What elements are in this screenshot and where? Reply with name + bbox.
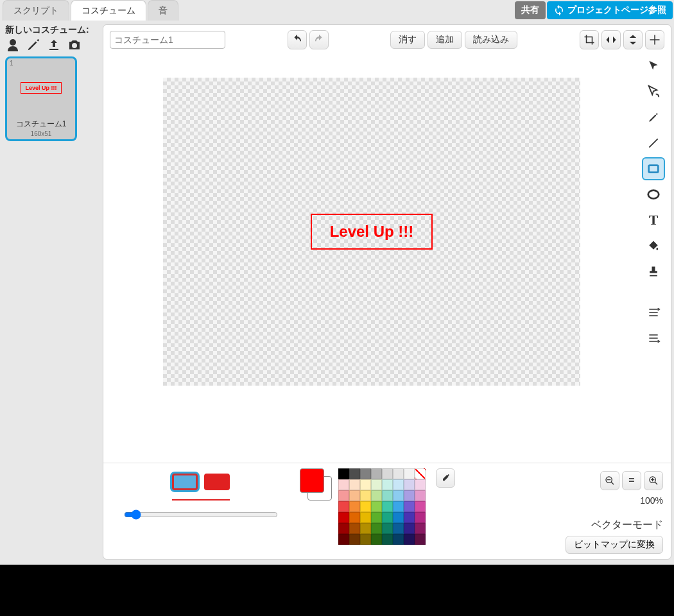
crop-button[interactable]	[580, 30, 599, 49]
palette-color[interactable]	[404, 468, 415, 479]
palette-color[interactable]	[349, 512, 360, 523]
canvas-content[interactable]: Level Up !!!	[311, 214, 433, 250]
palette-color[interactable]	[382, 523, 393, 534]
palette-color[interactable]	[338, 501, 349, 512]
costume-name-input[interactable]	[110, 31, 225, 49]
layer-back-button[interactable]	[642, 327, 665, 350]
palette-color[interactable]	[415, 512, 426, 523]
palette-color[interactable]	[360, 523, 371, 534]
line-tool[interactable]	[642, 132, 665, 155]
palette-color[interactable]	[371, 534, 382, 545]
upload-icon[interactable]	[46, 37, 62, 53]
tab-costumes[interactable]: コスチューム	[71, 0, 146, 21]
zoom-reset-button[interactable]: =	[622, 471, 641, 490]
fg-bg-swatch[interactable]	[300, 468, 332, 501]
palette-color[interactable]	[360, 512, 371, 523]
palette-color[interactable]	[393, 479, 404, 490]
costume-thumbnail[interactable]: 1 Level Up !!! コスチューム1 160x51	[5, 56, 77, 141]
palette-color[interactable]	[371, 523, 382, 534]
pencil-tool[interactable]	[642, 106, 665, 129]
palette-color[interactable]	[371, 490, 382, 501]
palette-color[interactable]	[404, 479, 415, 490]
fg-color[interactable]	[300, 468, 324, 493]
paint-icon[interactable]	[26, 37, 41, 53]
clear-button[interactable]: 消す	[390, 31, 425, 49]
stroke-width-slider[interactable]	[124, 509, 278, 520]
center-button[interactable]	[645, 30, 664, 49]
palette-color[interactable]	[404, 523, 415, 534]
palette-color[interactable]	[382, 490, 393, 501]
palette-color[interactable]	[404, 501, 415, 512]
palette-color[interactable]	[360, 468, 371, 479]
palette-color[interactable]	[393, 523, 404, 534]
layer-front-button[interactable]	[642, 301, 665, 324]
library-icon[interactable]	[5, 37, 21, 53]
palette-color[interactable]	[382, 512, 393, 523]
palette-color[interactable]	[415, 501, 426, 512]
palette-color[interactable]	[338, 534, 349, 545]
palette-color[interactable]	[338, 523, 349, 534]
select-tool[interactable]	[642, 55, 665, 78]
zoom-in-button[interactable]	[644, 471, 663, 490]
share-button[interactable]: 共有	[515, 1, 546, 19]
redo-button[interactable]	[309, 30, 329, 49]
add-button[interactable]: 追加	[428, 31, 462, 49]
palette-color[interactable]	[415, 479, 426, 490]
text-tool[interactable]: T	[642, 209, 665, 232]
palette-color[interactable]	[404, 512, 415, 523]
palette-color[interactable]	[415, 468, 426, 479]
palette-color[interactable]	[338, 490, 349, 501]
palette-color[interactable]	[404, 534, 415, 545]
ellipse-tool[interactable]	[642, 183, 665, 206]
palette-color[interactable]	[415, 523, 426, 534]
palette-color[interactable]	[360, 534, 371, 545]
flip-h-button[interactable]	[601, 30, 621, 49]
palette-color[interactable]	[382, 534, 393, 545]
palette-color[interactable]	[349, 490, 360, 501]
palette-color[interactable]	[349, 468, 360, 479]
tab-sounds[interactable]: 音	[148, 0, 178, 21]
project-page-button[interactable]: プロジェクトページ参照	[547, 1, 673, 19]
palette-color[interactable]	[349, 534, 360, 545]
palette-color[interactable]	[415, 490, 426, 501]
camera-icon[interactable]	[67, 37, 82, 53]
palette-color[interactable]	[393, 490, 404, 501]
palette-color[interactable]	[393, 501, 404, 512]
canvas[interactable]: Level Up !!!	[163, 78, 580, 386]
eyedropper-button[interactable]	[436, 468, 455, 488]
reshape-tool[interactable]	[642, 80, 665, 103]
palette-color[interactable]	[349, 523, 360, 534]
palette-color[interactable]	[404, 490, 415, 501]
fill-tool[interactable]	[642, 234, 665, 257]
convert-mode-button[interactable]: ビットマップに変換	[566, 536, 663, 554]
palette-color[interactable]	[393, 468, 404, 479]
palette-color[interactable]	[415, 534, 426, 545]
palette-color[interactable]	[382, 468, 393, 479]
zoom-out-button[interactable]	[600, 471, 619, 490]
palette-color[interactable]	[382, 479, 393, 490]
rect-tool[interactable]	[642, 157, 665, 180]
palette-color[interactable]	[338, 512, 349, 523]
palette-color[interactable]	[382, 501, 393, 512]
palette-color[interactable]	[349, 501, 360, 512]
color-palette[interactable]	[338, 468, 426, 545]
palette-color[interactable]	[393, 534, 404, 545]
undo-button[interactable]	[288, 30, 307, 49]
palette-color[interactable]	[360, 490, 371, 501]
palette-color[interactable]	[371, 479, 382, 490]
import-button[interactable]: 読み込み	[465, 31, 517, 49]
palette-color[interactable]	[371, 512, 382, 523]
outline-mode-swatch[interactable]	[172, 474, 198, 490]
stamp-tool[interactable]	[642, 260, 665, 283]
flip-v-button[interactable]	[623, 30, 643, 49]
palette-color[interactable]	[360, 479, 371, 490]
fill-mode-swatch[interactable]	[204, 474, 230, 490]
palette-color[interactable]	[338, 479, 349, 490]
canvas-area[interactable]: Level Up !!!	[103, 52, 640, 463]
palette-color[interactable]	[393, 512, 404, 523]
palette-color[interactable]	[371, 501, 382, 512]
palette-color[interactable]	[371, 468, 382, 479]
tab-scripts[interactable]: スクリプト	[3, 0, 69, 21]
palette-color[interactable]	[349, 479, 360, 490]
palette-color[interactable]	[360, 501, 371, 512]
